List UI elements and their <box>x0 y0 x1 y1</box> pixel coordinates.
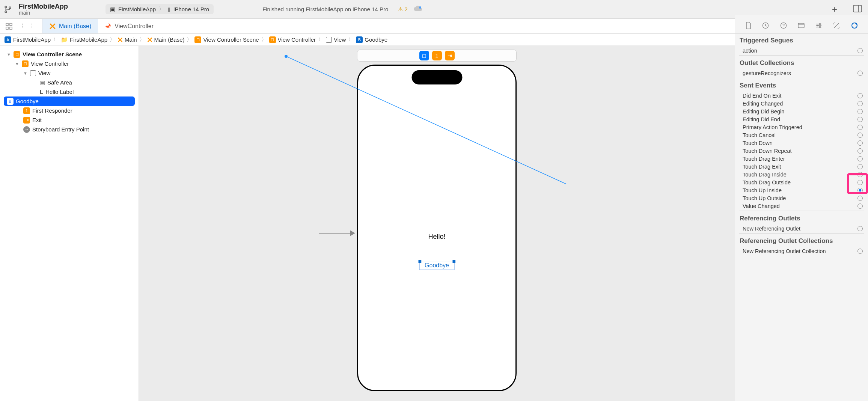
scene-exit-icon[interactable]: ⇥ <box>445 51 455 60</box>
button-icon: B <box>356 36 363 43</box>
gesture-recognizers-row[interactable]: gestureRecognizers <box>735 69 868 77</box>
panel-toggle-right[interactable] <box>853 5 862 14</box>
connector-icon[interactable] <box>857 133 863 138</box>
crumb-3[interactable]: Main (Base) <box>147 36 185 43</box>
crumb-0[interactable]: AFirstMobileApp <box>5 36 51 43</box>
connector-icon[interactable] <box>857 204 863 209</box>
branch-icon <box>4 5 12 14</box>
sent-event-row[interactable]: Touch Up Outside <box>735 194 868 202</box>
size-inspector-icon[interactable] <box>833 23 840 30</box>
connector-icon[interactable] <box>857 249 863 254</box>
goodbye-button[interactable]: Goodbye <box>419 261 455 270</box>
sent-event-row[interactable]: Editing Changed <box>735 99 868 107</box>
disclosure-icon[interactable]: ▼ <box>23 71 28 75</box>
storyboard-icon <box>147 37 152 42</box>
interface-builder-canvas[interactable]: ◻ 1 ⇥ Hello! Goodbye <box>139 46 735 401</box>
sent-event-row[interactable]: Editing Did Begin <box>735 107 868 115</box>
sent-event-row[interactable]: Touch Up Inside <box>735 186 868 194</box>
sent-event-row[interactable]: Touch Drag Outside <box>735 178 868 186</box>
sent-event-row[interactable]: Touch Drag Exit <box>735 163 868 170</box>
warnings-badge[interactable]: ⚠ 2 <box>398 6 407 13</box>
crumb-5[interactable]: ◻View Controller <box>269 36 316 43</box>
crumb-6[interactable]: View <box>326 36 346 43</box>
disclosure-icon[interactable]: ▼ <box>7 52 11 57</box>
history-inspector-icon[interactable] <box>762 22 769 30</box>
triggered-segues-header: Triggered Segues <box>735 34 868 47</box>
library-button[interactable]: + <box>827 4 842 15</box>
entry-icon: → <box>23 126 30 133</box>
svg-text:?: ? <box>782 23 784 28</box>
new-ref-outlet-row[interactable]: New Referencing Outlet <box>735 225 868 232</box>
crumb-7[interactable]: BGoodbye <box>356 36 387 43</box>
connections-inspector-icon[interactable] <box>851 22 858 30</box>
connector-icon[interactable] <box>857 125 863 130</box>
outline-goodbye-button[interactable]: BGoodbye <box>4 96 135 106</box>
outline-safe-area[interactable]: ▣Safe Area <box>0 78 139 87</box>
identity-inspector-icon[interactable] <box>798 23 805 30</box>
hello-label[interactable]: Hello! <box>428 233 445 241</box>
scene-dock[interactable]: ◻ 1 ⇥ <box>357 50 517 62</box>
sent-event-row[interactable]: Did End On Exit <box>735 92 868 99</box>
crumb-4[interactable]: ◻View Controller Scene <box>194 36 259 43</box>
connector-icon[interactable] <box>857 48 863 53</box>
svg-point-23 <box>820 26 821 27</box>
related-items-button[interactable] <box>4 21 14 32</box>
outline-vc[interactable]: ▼◻View Controller <box>0 59 139 68</box>
sent-event-row[interactable]: Primary Action Triggered <box>735 123 868 131</box>
outline-first-responder[interactable]: 1First Responder <box>0 106 139 115</box>
tab-main-storyboard[interactable]: Main (Base) <box>42 19 98 33</box>
nav-back-button[interactable]: 〈 <box>16 21 26 32</box>
sent-event-row[interactable]: Touch Drag Inside <box>735 170 868 178</box>
safe-area-icon: ▣ <box>40 79 45 86</box>
app-icon: A <box>5 36 11 43</box>
sent-event-row[interactable]: Touch Drag Enter <box>735 155 868 163</box>
connector-icon[interactable] <box>857 226 863 231</box>
file-inspector-icon[interactable] <box>745 22 751 31</box>
connector-icon[interactable] <box>857 140 863 146</box>
scene-vc-icon[interactable]: ◻ <box>419 51 429 60</box>
inspector-tab-bar: ? <box>735 19 868 34</box>
sent-event-row[interactable]: Touch Down Repeat <box>735 147 868 155</box>
sent-event-row[interactable]: Touch Cancel <box>735 131 868 139</box>
connector-icon[interactable] <box>857 156 863 161</box>
nav-forward-button[interactable]: 〉 <box>28 21 38 32</box>
segue-action-row[interactable]: action <box>735 47 868 54</box>
connector-icon[interactable] <box>857 71 863 76</box>
svg-rect-9 <box>10 27 12 29</box>
sent-event-row[interactable]: Touch Down <box>735 139 868 147</box>
svg-rect-4 <box>853 5 862 12</box>
attributes-inspector-icon[interactable] <box>815 23 822 30</box>
connector-icon[interactable] <box>857 172 863 177</box>
project-info[interactable]: FirstMobileApp main <box>4 3 68 16</box>
connector-icon[interactable] <box>857 93 863 98</box>
outline-entry-point[interactable]: →Storyboard Entry Point <box>0 125 139 134</box>
help-inspector-icon[interactable]: ? <box>780 22 787 30</box>
dynamic-island <box>411 70 462 84</box>
scheme-selector[interactable]: ▣ FirstMobileApp 〉 ▮ iPhone 14 Pro <box>105 4 214 14</box>
sent-event-row[interactable]: Editing Did End <box>735 115 868 123</box>
crumb-2[interactable]: Main <box>118 36 137 43</box>
entry-point-arrow[interactable] <box>319 233 354 234</box>
connector-icon[interactable] <box>857 188 863 193</box>
outline-exit[interactable]: ⇥Exit <box>0 115 139 125</box>
scene-fr-icon[interactable]: 1 <box>432 51 442 60</box>
cloud-icon[interactable] <box>413 5 423 14</box>
new-ref-outlet-coll-row[interactable]: New Referencing Outlet Collection <box>735 247 868 255</box>
sent-event-row[interactable]: Value Changed <box>735 202 868 210</box>
outline-hello-label[interactable]: LHello Label <box>0 87 139 96</box>
outline-scene[interactable]: ▼◻View Controller Scene <box>0 50 139 59</box>
connector-icon[interactable] <box>857 101 863 106</box>
outline-view[interactable]: ▼View <box>0 68 139 78</box>
connector-icon[interactable] <box>857 117 863 122</box>
connector-icon[interactable] <box>857 148 863 154</box>
tab-viewcontroller[interactable]: ViewController <box>98 19 160 33</box>
connector-icon[interactable] <box>857 164 863 169</box>
activity-status: Finished running FirstMobileApp on iPhon… <box>262 6 388 12</box>
disclosure-icon[interactable]: ▼ <box>15 62 20 66</box>
svg-rect-16 <box>798 23 804 28</box>
crumb-1[interactable]: 📁FirstMobileApp <box>61 36 107 43</box>
connector-icon[interactable] <box>857 196 863 201</box>
connector-icon[interactable] <box>857 180 863 185</box>
svg-rect-7 <box>10 23 12 26</box>
connector-icon[interactable] <box>857 109 863 114</box>
